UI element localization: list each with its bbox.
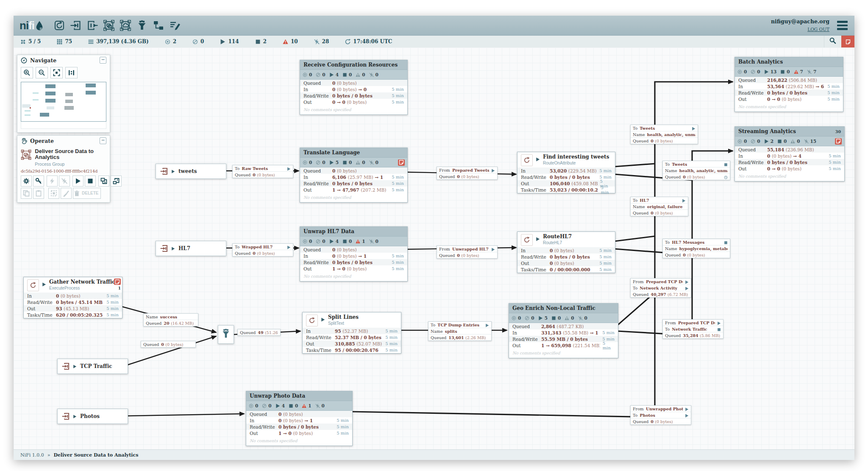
process-group-unwrap-hl7-data[interactable]: Unwrap HL7 Data004010Queued0 (0 bytes)In… xyxy=(300,226,408,281)
template-save-button[interactable] xyxy=(98,176,109,187)
stopped-state-icon xyxy=(715,327,721,332)
key-button[interactable] xyxy=(33,176,44,187)
process-group-tool-icon[interactable] xyxy=(103,20,114,31)
connection-label[interactable]: ToTweetsNamehealth, analytic, unmatchedQ… xyxy=(630,125,698,144)
process-group-batch-analytics[interactable]: Batch Analytics0013077Queued216,822 (506… xyxy=(734,57,843,112)
connection-label-row: FromUnwrapped Photos xyxy=(631,406,691,412)
stat-row: Read/Write0 bytes / 0 bytes5 min xyxy=(246,424,352,430)
process-group-unwrap-photo-data[interactable]: Unwrap Photo Data004010Queued0 (0 bytes)… xyxy=(246,391,353,446)
connection-label[interactable]: Queued49 (51.26 MB) xyxy=(237,329,281,336)
status-invalid-value: 10 xyxy=(291,39,298,45)
stopped-count: 0 xyxy=(342,72,352,77)
paste-button[interactable] xyxy=(33,188,44,199)
connection-line[interactable] xyxy=(615,236,655,241)
running-count: 4 xyxy=(275,403,285,408)
minimap-block xyxy=(33,99,39,100)
output-port-tool-icon[interactable] xyxy=(87,20,98,31)
start-button[interactable] xyxy=(72,176,83,187)
processor-tool-icon[interactable] xyxy=(54,20,65,31)
zoom-in-button[interactable] xyxy=(21,67,33,78)
process-group-geo-enrich-non-local-traffic[interactable]: Geo Enrich Non-Local Traffic005000Queued… xyxy=(509,303,618,358)
processor-gather-network-traffic[interactable]: Gather Network TrafficExecuteProcess1In0… xyxy=(23,277,122,318)
process-group-translate-language[interactable]: Translate Language005000Queued0 (0 bytes… xyxy=(300,148,408,203)
connection-label[interactable]: FromPrepared TweetsQueued0 (0 bytes) xyxy=(437,167,498,180)
navigate-panel-header: Navigate − xyxy=(17,55,110,65)
status-refresh: 17:48:06 UTC xyxy=(345,39,392,45)
logout-link[interactable]: LOG OUT xyxy=(807,27,829,32)
connection-label[interactable]: FromUnwrapped PhotosToPhotosQueued0 (0 b… xyxy=(630,405,691,425)
fit-button[interactable] xyxy=(50,67,63,78)
connection-label[interactable]: ToHL7 MessagesNamehypoglycemia, metaboli… xyxy=(662,239,730,258)
connection-label[interactable]: FromUnwrapped HL7Queued0 (0 bytes) xyxy=(437,245,498,259)
threads-icon xyxy=(57,39,62,45)
nifi-logo: nifi xyxy=(19,20,44,31)
delete-button[interactable]: DELETE xyxy=(73,188,101,199)
enable-button[interactable] xyxy=(47,176,58,187)
run-state-icon xyxy=(321,315,325,323)
actual-size-button[interactable] xyxy=(65,67,78,78)
global-menu-button[interactable] xyxy=(836,20,849,31)
logo-text-fi: fi xyxy=(28,20,34,31)
processor-find-interesting-tweets[interactable]: Find interesting tweetsRouteOnAttributeI… xyxy=(517,152,615,193)
process-group-name: Streaming Analytics30 xyxy=(735,127,844,137)
connection-label[interactable]: ToRaw TweetsQueued0 (0 bytes) xyxy=(232,165,293,178)
connection-label[interactable]: ToTCP Dump EntriesNamesplitsQueued13,601… xyxy=(428,321,492,341)
connection-label[interactable]: ToWrapped HL7Queued0 (0 bytes) xyxy=(232,243,293,256)
process-group-receive-configuration-resources[interactable]: Receive Configuration Resources004000Que… xyxy=(300,60,408,115)
connection-label-row: Namehealth, analytic, unmatched xyxy=(663,167,730,173)
delete-button-label: DELETE xyxy=(82,191,100,195)
copy-button[interactable] xyxy=(21,188,32,199)
input-port-tweets[interactable]: tweets xyxy=(156,164,226,179)
minimap-block xyxy=(33,92,39,94)
connection-label-row: Namesuccess xyxy=(144,314,198,320)
configure-button[interactable] xyxy=(21,176,32,187)
funnel-icon xyxy=(221,329,231,341)
label-tool-icon[interactable] xyxy=(170,20,181,31)
processor-routehl7[interactable]: RouteHL7RouteHL7In0 (0 bytes)5 minRead/W… xyxy=(517,231,615,273)
zoom-out-button[interactable] xyxy=(36,67,48,78)
search-button[interactable] xyxy=(824,36,841,47)
connection-label[interactable]: Queued0 (0 bytes) xyxy=(141,341,196,348)
connection-label[interactable]: ToHL7Nameoriginal, failureQueued0 (0 byt… xyxy=(630,197,688,216)
connection-label[interactable]: ToTweetsNamehealth, analytic, unmatchedQ… xyxy=(662,161,730,180)
minimap-block xyxy=(45,92,56,95)
flow-canvas[interactable]: Receive Configuration Resources004000Que… xyxy=(14,47,854,450)
input-port-tcp-traffic[interactable]: TCP Traffic xyxy=(57,359,128,374)
process-group-streaming-analytics[interactable]: Streaming Analytics300020015Queued55,184… xyxy=(734,126,845,181)
remote-process-group-tool-icon[interactable] xyxy=(120,20,131,31)
processor-stats: In0 (0 bytes)5 minRead/Write0 bytes / 45… xyxy=(24,293,122,318)
stop-button[interactable] xyxy=(85,176,96,187)
template-upload-button[interactable] xyxy=(111,176,122,187)
birdseye-minimap[interactable] xyxy=(21,82,106,122)
funnel[interactable] xyxy=(218,325,234,344)
stat-row: Queued0 (0 bytes) xyxy=(300,167,407,174)
stat-row: In0 (0 bytes) → 45 min xyxy=(735,153,844,159)
connection-line[interactable] xyxy=(615,164,655,167)
connection-label[interactable]: FromPrepared TCP DumpToNetwork TrafficQu… xyxy=(662,319,723,339)
processor-name-block: Find interesting tweetsRouteOnAttribute xyxy=(543,154,609,165)
bulletin-indicator-icon[interactable] xyxy=(114,279,121,285)
input-port-photos[interactable]: Photos xyxy=(57,409,128,424)
bulletin-indicator-icon[interactable] xyxy=(835,138,842,145)
bulletin-board-button[interactable] xyxy=(841,36,854,47)
stat-row: In0 (0 bytes)5 min xyxy=(24,293,122,299)
processor-split-lines[interactable]: Split LinesSplitTextIn95 (52.37 MB)5 min… xyxy=(302,312,401,354)
stopped-state-icon xyxy=(722,240,728,245)
template-tool-icon[interactable] xyxy=(153,20,164,31)
connection-line[interactable] xyxy=(127,414,244,416)
disable-button[interactable] xyxy=(59,176,70,187)
breadcrumb-root[interactable]: NiFi 1.0.0 xyxy=(20,452,44,458)
bulletin-indicator-icon[interactable] xyxy=(398,159,405,166)
funnel-tool-icon[interactable] xyxy=(136,20,147,31)
status-threads: 75 xyxy=(57,39,72,45)
connection-label[interactable]: FromPrepared TCP DumpToNetwork ActivityQ… xyxy=(630,278,691,298)
invalid-count: 0 xyxy=(565,315,574,321)
operate-buttons-row2: DELETE xyxy=(17,187,110,202)
collapse-navigate-button[interactable]: − xyxy=(100,57,106,64)
collapse-operate-button[interactable]: − xyxy=(100,137,106,144)
input-port-tool-icon[interactable] xyxy=(70,20,81,31)
group-button[interactable] xyxy=(48,188,59,199)
input-port-hl7[interactable]: HL7 xyxy=(156,241,226,256)
connection-label[interactable]: NamesuccessQueued20 (16.42 MB) xyxy=(143,313,198,326)
fill-color-button[interactable] xyxy=(61,188,72,199)
